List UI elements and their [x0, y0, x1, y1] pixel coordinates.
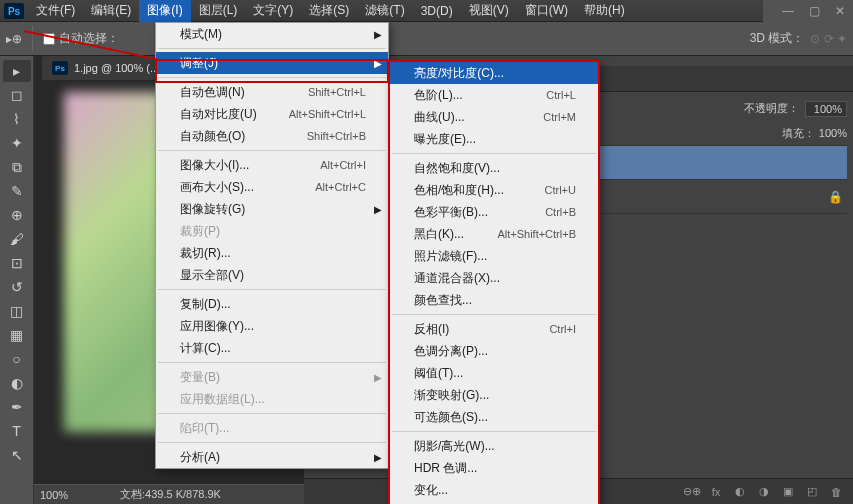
link-layers-icon[interactable]: ⊖⊕ [683, 483, 701, 501]
menu-type[interactable]: 文字(Y) [245, 0, 301, 23]
menu-item[interactable]: 裁切(R)... [156, 242, 388, 264]
submenu-item[interactable]: HDR 色调... [390, 457, 598, 479]
stamp-tool[interactable]: ⊡ [3, 252, 31, 274]
menu-item: 应用数据组(L)... [156, 388, 388, 410]
submenu-item[interactable]: 黑白(K)...Alt+Shift+Ctrl+B [390, 223, 598, 245]
menu-window[interactable]: 窗口(W) [517, 0, 576, 23]
submenu-item[interactable]: 曲线(U)...Ctrl+M [390, 106, 598, 128]
3d-mode-icons[interactable]: ⊙ ⟳ ✦ [810, 32, 847, 46]
menu-item[interactable]: 图像大小(I)...Alt+Ctrl+I [156, 154, 388, 176]
heal-tool[interactable]: ⊕ [3, 204, 31, 226]
menu-item[interactable]: 计算(C)... [156, 337, 388, 359]
menu-edit[interactable]: 编辑(E) [83, 0, 139, 23]
menu-item[interactable]: 图像旋转(G)▶ [156, 198, 388, 220]
fx-icon[interactable]: fx [707, 483, 725, 501]
pen-tool[interactable]: ✒ [3, 396, 31, 418]
fill-label: 填充： [782, 126, 815, 141]
menu-item[interactable]: 显示全部(V) [156, 264, 388, 286]
brush-tool[interactable]: 🖌 [3, 228, 31, 250]
submenu-item[interactable]: 颜色查找... [390, 289, 598, 311]
gradient-tool[interactable]: ▦ [3, 324, 31, 346]
image-menu-dropdown: 模式(M)▶调整(J)▶自动色调(N)Shift+Ctrl+L自动对比度(U)A… [155, 22, 389, 469]
adjustment-layer-icon[interactable]: ◑ [755, 483, 773, 501]
submenu-item[interactable]: 通道混合器(X)... [390, 267, 598, 289]
menu-filter[interactable]: 滤镜(T) [357, 0, 412, 23]
app-logo: Ps [4, 3, 24, 19]
submenu-item[interactable]: 阴影/高光(W)... [390, 435, 598, 457]
submenu-item[interactable]: 色相/饱和度(H)...Ctrl+U [390, 179, 598, 201]
menu-item: 陷印(T)... [156, 417, 388, 439]
fill-value[interactable]: 100% [819, 127, 847, 139]
doc-info: 文档:439.5 K/878.9K [120, 487, 221, 502]
window-minimize[interactable]: — [775, 0, 801, 22]
submenu-item[interactable]: 照片滤镜(F)... [390, 245, 598, 267]
submenu-item[interactable]: 变化... [390, 479, 598, 501]
lock-icon: 🔒 [828, 190, 843, 204]
mask-icon[interactable]: ◐ [731, 483, 749, 501]
move-tool[interactable]: ▸ [3, 60, 31, 82]
history-brush-tool[interactable]: ↺ [3, 276, 31, 298]
delete-layer-icon[interactable]: 🗑 [827, 483, 845, 501]
new-layer-icon[interactable]: ◰ [803, 483, 821, 501]
submenu-item[interactable]: 反相(I)Ctrl+I [390, 318, 598, 340]
dodge-tool[interactable]: ◐ [3, 372, 31, 394]
wand-tool[interactable]: ✦ [3, 132, 31, 154]
opacity-value[interactable]: 100% [805, 101, 847, 117]
move-tool-icon[interactable]: ▸⊕ [6, 32, 22, 46]
path-tool[interactable]: ↖ [3, 444, 31, 466]
submenu-item[interactable]: 曝光度(E)... [390, 128, 598, 150]
crop-tool[interactable]: ⧉ [3, 156, 31, 178]
ps-icon: Ps [52, 61, 68, 75]
submenu-item[interactable]: 色彩平衡(B)...Ctrl+B [390, 201, 598, 223]
menu-item[interactable]: 应用图像(Y)... [156, 315, 388, 337]
menu-item[interactable]: 模式(M)▶ [156, 23, 388, 45]
submenu-item[interactable]: 色阶(L)...Ctrl+L [390, 84, 598, 106]
menu-item[interactable]: 复制(D)... [156, 293, 388, 315]
blur-tool[interactable]: ○ [3, 348, 31, 370]
menu-view[interactable]: 视图(V) [461, 0, 517, 23]
lasso-tool[interactable]: ⌇ [3, 108, 31, 130]
menu-item[interactable]: 自动色调(N)Shift+Ctrl+L [156, 81, 388, 103]
menu-layer[interactable]: 图层(L) [191, 0, 246, 23]
opacity-label: 不透明度： [744, 101, 799, 116]
menu-item[interactable]: 调整(J)▶ [156, 52, 388, 74]
zoom-level[interactable]: 100% [40, 489, 90, 501]
submenu-item[interactable]: 亮度/对比度(C)... [390, 62, 598, 84]
eraser-tool[interactable]: ◫ [3, 300, 31, 322]
menu-item[interactable]: 自动颜色(O)Shift+Ctrl+B [156, 125, 388, 147]
window-close[interactable]: ✕ [827, 0, 853, 22]
submenu-item[interactable]: 自然饱和度(V)... [390, 157, 598, 179]
menu-item[interactable]: 自动对比度(U)Alt+Shift+Ctrl+L [156, 103, 388, 125]
type-tool[interactable]: T [3, 420, 31, 442]
menu-3d[interactable]: 3D(D) [413, 0, 461, 22]
menu-item[interactable]: 分析(A)▶ [156, 446, 388, 468]
adjustments-submenu: 亮度/对比度(C)...色阶(L)...Ctrl+L曲线(U)...Ctrl+M… [388, 60, 600, 504]
toolbox: ▸ ◻ ⌇ ✦ ⧉ ✎ ⊕ 🖌 ⊡ ↺ ◫ ▦ ○ ◐ ✒ T ↖ [0, 56, 34, 504]
menu-file[interactable]: 文件(F) [28, 0, 83, 23]
3d-mode-label: 3D 模式： [750, 30, 805, 47]
submenu-item[interactable]: 可选颜色(S)... [390, 406, 598, 428]
eyedropper-tool[interactable]: ✎ [3, 180, 31, 202]
submenu-item[interactable]: 阈值(T)... [390, 362, 598, 384]
menu-item: 裁剪(P) [156, 220, 388, 242]
window-maximize[interactable]: ▢ [801, 0, 827, 22]
menu-item[interactable]: 画布大小(S)...Alt+Ctrl+C [156, 176, 388, 198]
menu-help[interactable]: 帮助(H) [576, 0, 633, 23]
tab-label: 1.jpg @ 100% (... [74, 62, 159, 74]
menu-item: 变量(B)▶ [156, 366, 388, 388]
group-icon[interactable]: ▣ [779, 483, 797, 501]
submenu-item[interactable]: 渐变映射(G)... [390, 384, 598, 406]
menu-image[interactable]: 图像(I) [139, 0, 190, 23]
menu-select[interactable]: 选择(S) [301, 0, 357, 23]
marquee-tool[interactable]: ◻ [3, 84, 31, 106]
document-tab[interactable]: Ps 1.jpg @ 100% (... [42, 56, 169, 80]
submenu-item[interactable]: 色调分离(P)... [390, 340, 598, 362]
